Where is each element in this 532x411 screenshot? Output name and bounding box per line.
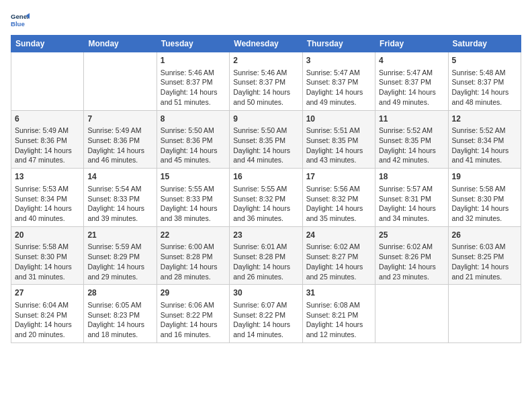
day-info: Sunrise: 5:46 AM <box>161 68 226 78</box>
calendar-cell: 19Sunrise: 5:58 AMSunset: 8:30 PMDayligh… <box>448 169 521 227</box>
day-info: Sunset: 8:24 PM <box>15 310 80 320</box>
day-info: Sunrise: 6:08 AM <box>306 300 371 310</box>
calendar-cell: 5Sunrise: 5:48 AMSunset: 8:37 PMDaylight… <box>448 52 521 111</box>
day-info: Sunrise: 6:01 AM <box>233 242 298 252</box>
day-info: Sunrise: 6:02 AM <box>306 242 371 252</box>
day-number: 21 <box>87 230 152 241</box>
day-info: Sunrise: 5:59 AM <box>87 242 152 252</box>
calendar-week-5: 27Sunrise: 6:04 AMSunset: 8:24 PMDayligh… <box>11 285 521 343</box>
day-info: Sunset: 8:23 PM <box>87 310 152 320</box>
day-info: Daylight: 14 hours and 21 minutes. <box>452 262 517 281</box>
day-info: Daylight: 14 hours and 31 minutes. <box>15 262 80 281</box>
calendar-cell: 3Sunrise: 5:47 AMSunset: 8:37 PMDaylight… <box>302 52 375 111</box>
calendar-cell <box>448 285 521 343</box>
day-info: Sunrise: 6:03 AM <box>452 242 517 252</box>
day-info: Sunset: 8:35 PM <box>379 136 444 146</box>
calendar-cell <box>84 52 157 111</box>
calendar-cell: 25Sunrise: 6:02 AMSunset: 8:26 PMDayligh… <box>375 226 448 285</box>
day-info: Sunset: 8:33 PM <box>87 194 152 204</box>
day-info: Daylight: 14 hours and 28 minutes. <box>161 262 226 281</box>
day-info: Sunset: 8:37 PM <box>452 77 517 87</box>
calendar-cell: 30Sunrise: 6:07 AMSunset: 8:22 PMDayligh… <box>230 285 302 343</box>
day-info: Daylight: 14 hours and 36 minutes. <box>233 203 298 223</box>
day-number: 23 <box>233 230 298 241</box>
day-number: 27 <box>15 287 80 299</box>
day-number: 1 <box>161 55 226 66</box>
column-header-tuesday: Tuesday <box>157 36 229 52</box>
day-number: 12 <box>452 113 517 125</box>
day-info: Sunrise: 5:47 AM <box>306 68 371 78</box>
day-info: Sunset: 8:34 PM <box>15 194 80 204</box>
day-info: Daylight: 14 hours and 32 minutes. <box>452 203 517 223</box>
day-info: Sunset: 8:22 PM <box>161 310 226 320</box>
day-number: 20 <box>15 230 80 241</box>
calendar-cell <box>375 285 448 343</box>
day-info: Sunrise: 5:50 AM <box>233 126 298 136</box>
day-info: Sunset: 8:26 PM <box>379 252 444 262</box>
day-info: Sunrise: 5:57 AM <box>379 184 444 194</box>
day-info: Sunrise: 6:06 AM <box>161 300 226 310</box>
day-info: Sunrise: 5:50 AM <box>161 126 226 136</box>
day-info: Daylight: 14 hours and 16 minutes. <box>161 320 226 339</box>
column-header-wednesday: Wednesday <box>230 36 302 52</box>
day-info: Sunset: 8:22 PM <box>233 310 298 320</box>
day-info: Sunrise: 6:00 AM <box>161 242 226 252</box>
day-number: 30 <box>233 287 298 299</box>
day-info: Sunset: 8:29 PM <box>87 252 152 262</box>
day-info: Daylight: 14 hours and 38 minutes. <box>161 203 226 223</box>
day-info: Sunrise: 6:07 AM <box>233 300 298 310</box>
day-info: Daylight: 14 hours and 35 minutes. <box>306 203 371 223</box>
day-info: Sunset: 8:36 PM <box>87 136 152 146</box>
day-info: Sunrise: 5:55 AM <box>233 184 298 194</box>
svg-text:General: General <box>11 13 30 20</box>
day-info: Sunrise: 5:55 AM <box>161 184 226 194</box>
day-info: Sunset: 8:28 PM <box>161 252 226 262</box>
day-info: Sunset: 8:37 PM <box>379 77 444 87</box>
calendar-cell: 10Sunrise: 5:51 AMSunset: 8:35 PMDayligh… <box>302 110 375 169</box>
calendar-cell: 6Sunrise: 5:49 AMSunset: 8:36 PMDaylight… <box>11 110 84 169</box>
day-info: Daylight: 14 hours and 44 minutes. <box>233 146 298 165</box>
day-info: Sunset: 8:21 PM <box>306 310 371 320</box>
day-info: Sunset: 8:36 PM <box>161 136 226 146</box>
logo: General Blue <box>11 11 30 30</box>
calendar-week-2: 6Sunrise: 5:49 AMSunset: 8:36 PMDaylight… <box>11 110 521 169</box>
calendar-cell: 1Sunrise: 5:46 AMSunset: 8:37 PMDaylight… <box>157 52 229 111</box>
calendar-cell: 14Sunrise: 5:54 AMSunset: 8:33 PMDayligh… <box>84 169 157 227</box>
day-number: 26 <box>452 230 517 241</box>
day-info: Sunrise: 5:47 AM <box>379 68 444 78</box>
day-info: Daylight: 14 hours and 41 minutes. <box>452 146 517 165</box>
day-number: 2 <box>233 55 298 66</box>
day-info: Daylight: 14 hours and 48 minutes. <box>452 87 517 107</box>
day-number: 9 <box>233 113 298 125</box>
day-info: Daylight: 14 hours and 50 minutes. <box>233 87 298 107</box>
calendar-cell <box>11 52 84 111</box>
day-number: 22 <box>161 230 226 241</box>
calendar-cell: 12Sunrise: 5:52 AMSunset: 8:34 PMDayligh… <box>448 110 521 169</box>
day-number: 29 <box>161 287 226 299</box>
calendar-cell: 17Sunrise: 5:56 AMSunset: 8:32 PMDayligh… <box>302 169 375 227</box>
day-info: Daylight: 14 hours and 51 minutes. <box>161 87 226 107</box>
day-number: 13 <box>15 171 80 183</box>
column-header-friday: Friday <box>375 36 448 52</box>
calendar-table: SundayMondayTuesdayWednesdayThursdayFrid… <box>11 35 521 343</box>
day-info: Daylight: 14 hours and 47 minutes. <box>15 146 80 165</box>
day-info: Daylight: 14 hours and 23 minutes. <box>379 262 444 281</box>
calendar-header-row: SundayMondayTuesdayWednesdayThursdayFrid… <box>11 36 521 52</box>
day-number: 28 <box>87 287 152 299</box>
day-number: 10 <box>306 113 371 125</box>
day-info: Sunrise: 5:46 AM <box>233 68 298 78</box>
column-header-saturday: Saturday <box>448 36 521 52</box>
day-info: Sunrise: 5:58 AM <box>15 242 80 252</box>
day-number: 3 <box>306 55 371 66</box>
day-info: Daylight: 14 hours and 26 minutes. <box>233 262 298 281</box>
calendar-cell: 20Sunrise: 5:58 AMSunset: 8:30 PMDayligh… <box>11 226 84 285</box>
day-number: 16 <box>233 171 298 183</box>
day-info: Sunrise: 5:49 AM <box>87 126 152 136</box>
day-info: Daylight: 14 hours and 25 minutes. <box>306 262 371 281</box>
column-header-thursday: Thursday <box>302 36 375 52</box>
day-info: Sunrise: 5:49 AM <box>15 126 80 136</box>
calendar-cell: 11Sunrise: 5:52 AMSunset: 8:35 PMDayligh… <box>375 110 448 169</box>
day-number: 19 <box>452 171 517 183</box>
day-info: Daylight: 14 hours and 49 minutes. <box>379 87 444 107</box>
day-info: Sunrise: 5:51 AM <box>306 126 371 136</box>
